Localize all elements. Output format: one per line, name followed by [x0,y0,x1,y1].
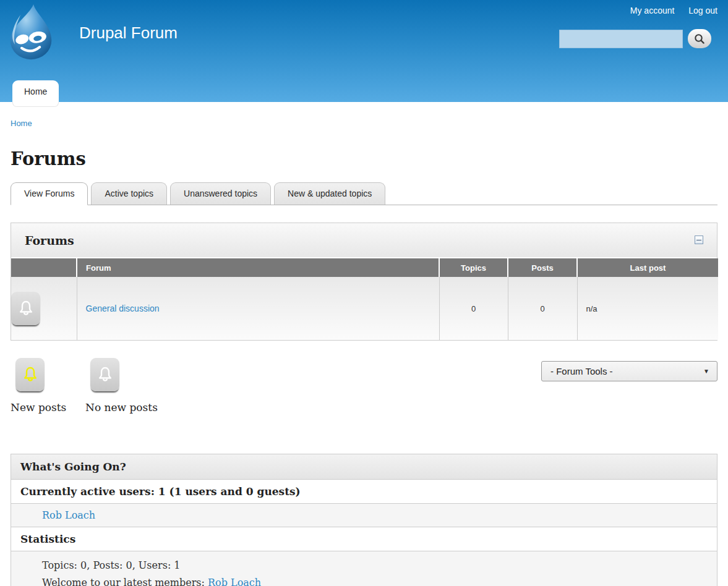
whats-going-on-panel: What's Going On? Currently active users:… [11,454,717,586]
statistics-line: Topics: 0, Posts: 0, Users: 1 [42,557,708,574]
no-new-posts-tile [90,358,119,391]
whats-going-on-title: What's Going On? [11,454,717,480]
forum-tools-select[interactable]: - Forum Tools - ▼ [541,361,717,381]
tab-new-updated-topics[interactable]: New & updated topics [274,182,385,205]
forums-panel-title: Forums [25,234,74,247]
bell-icon [96,365,114,384]
column-posts: Posts [508,258,577,277]
forum-tabs: View Forums Active topics Unanswered top… [11,182,717,205]
latest-members-prefix: Welcome to our latest members: [42,577,208,586]
forum-link[interactable]: General discussion [86,304,160,313]
legend-label-new-posts: New posts [11,401,66,414]
forums-table-header-row: Forum Topics Posts Last post [11,258,718,277]
active-user-link[interactable]: Rob Loach [42,509,95,521]
site-header: Drupal Forum My account Log out Home [0,0,728,102]
topics-count: 0 [439,277,508,340]
my-account-link[interactable]: My account [630,6,675,15]
legend-new-posts: New posts [11,358,66,414]
main-content: Home Forums View Forums Active topics Un… [0,119,728,586]
active-users-list: Rob Loach [11,504,717,527]
column-topics: Topics [439,258,508,277]
search-icon [693,33,706,45]
legend-no-new-posts: No new posts [85,358,158,414]
forum-status-cell [11,277,77,340]
table-row: General discussion 0 0 n/a [11,277,718,340]
new-posts-tile [15,358,45,391]
latest-member-link[interactable]: Rob Loach [208,577,261,586]
no-new-posts-tile [11,292,40,325]
statistics-heading: Statistics [11,527,717,551]
main-menu-home-tab[interactable]: Home [12,80,59,102]
tab-view-forums[interactable]: View Forums [11,182,88,205]
breadcrumb: Home [11,119,717,128]
forums-table: Forum Topics Posts Last post [11,258,718,340]
search-button[interactable] [688,29,711,48]
last-post-cell: n/a [577,277,718,340]
latest-members-line: Welcome to our latest members: Rob Loach [42,574,708,586]
forums-panel: Forums Forum Topics Posts Last post [11,223,717,341]
legend-and-tools: New posts No new posts - Forum Tools - ▼ [11,358,717,426]
column-icon [11,258,77,277]
forum-tools-selected-value: - Forum Tools - [550,366,613,376]
chevron-down-icon: ▼ [703,368,709,375]
forum-name-cell: General discussion [77,277,439,340]
column-last-post: Last post [577,258,718,277]
site-title[interactable]: Drupal Forum [79,23,178,43]
tab-active-topics[interactable]: Active topics [91,182,167,205]
posts-count: 0 [508,277,577,340]
active-users-heading: Currently active users: 1 (1 users and 0… [11,480,717,504]
collapse-minus-icon[interactable] [695,236,703,244]
log-out-link[interactable]: Log out [688,6,717,15]
page-title: Forums [11,148,717,169]
forums-panel-header: Forums [11,223,717,258]
bell-icon [17,299,35,318]
drupal-logo-icon [5,4,57,60]
search-area [559,29,711,48]
bell-new-icon [21,365,40,384]
breadcrumb-home-link[interactable]: Home [11,119,32,128]
tab-unanswered-topics[interactable]: Unanswered topics [170,182,271,205]
statistics-content: Topics: 0, Posts: 0, Users: 1 Welcome to… [11,551,717,586]
column-forum: Forum [77,258,439,277]
search-input[interactable] [559,30,683,48]
legend-label-no-new-posts: No new posts [85,401,158,414]
